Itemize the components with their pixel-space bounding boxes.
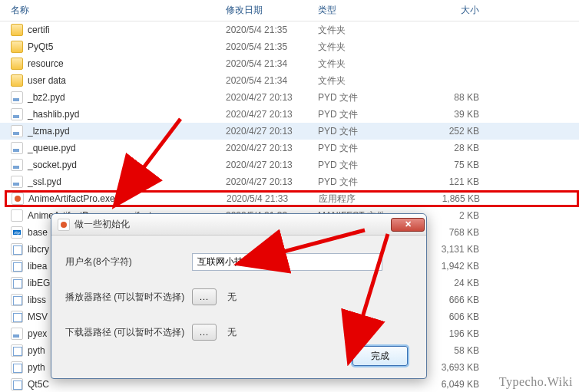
init-dialog: 做一些初始化 ✕ 用户名(8个字符) 播放器路径 (可以暂时不选择) ... 无… bbox=[51, 213, 427, 379]
dialog-body: 用户名(8个字符) 播放器路径 (可以暂时不选择) ... 无 下载器路径 (可… bbox=[51, 236, 426, 366]
dialog-title-text: 做一些初始化 bbox=[74, 218, 130, 231]
close-button[interactable]: ✕ bbox=[391, 218, 425, 232]
dll-icon bbox=[11, 294, 23, 306]
file-row[interactable]: AnimeArtifactPro.exe2020/5/4 21:33应用程序1,… bbox=[5, 190, 579, 207]
file-type: 应用程序 bbox=[319, 193, 419, 206]
downloader-path-row: 下载器路径 (可以暂时不选择) ... 无 bbox=[65, 321, 412, 343]
dll-icon bbox=[11, 243, 23, 255]
column-size[interactable]: 大小 bbox=[418, 4, 495, 17]
file-row[interactable]: resource2020/5/4 21:34文件夹 bbox=[0, 55, 579, 72]
file-name: _socket.pyd bbox=[28, 160, 77, 170]
file-row[interactable]: _bz2.pyd2020/4/27 20:13PYD 文件88 KB bbox=[0, 89, 579, 106]
file-size: 3,693 KB bbox=[418, 362, 495, 373]
file-date: 2020/4/27 20:13 bbox=[226, 143, 318, 153]
file-name: libEG bbox=[28, 278, 50, 288]
folder-icon bbox=[11, 58, 23, 70]
dll-icon bbox=[11, 311, 23, 323]
file-name-cell: _socket.pyd bbox=[11, 159, 226, 171]
file-size: 606 KB bbox=[418, 311, 495, 322]
file-size: 58 KB bbox=[418, 345, 495, 356]
file-name-cell: certifi bbox=[11, 24, 226, 36]
file-row[interactable]: _lzma.pyd2020/4/27 20:13PYD 文件252 KB bbox=[0, 123, 579, 140]
file-name-cell: _bz2.pyd bbox=[11, 91, 226, 104]
file-size: 1,865 KB bbox=[419, 193, 495, 204]
file-type: PYD 文件 bbox=[318, 108, 418, 121]
downloader-path-value: 无 bbox=[227, 326, 237, 339]
done-button[interactable]: 完成 bbox=[352, 346, 408, 366]
player-path-row: 播放器路径 (可以暂时不选择) ... 无 bbox=[65, 286, 412, 308]
pyd-icon bbox=[11, 176, 23, 188]
pyd-icon bbox=[11, 159, 23, 171]
file-name-cell: user data bbox=[11, 74, 226, 87]
file-type: 文件夹 bbox=[318, 41, 418, 54]
downloader-browse-button[interactable]: ... bbox=[192, 324, 217, 341]
file-date: 2020/5/4 21:34 bbox=[226, 58, 318, 69]
app-icon bbox=[58, 219, 70, 231]
downloader-path-label: 下载器路径 (可以暂时不选择) bbox=[65, 326, 192, 339]
file-name: _lzma.pyd bbox=[28, 126, 70, 137]
dll-icon bbox=[11, 344, 23, 357]
dialog-titlebar[interactable]: 做一些初始化 ✕ bbox=[51, 214, 426, 236]
file-name: certifi bbox=[28, 25, 50, 35]
file-row[interactable]: _ssl.pyd2020/4/27 20:13PYD 文件121 KB bbox=[0, 173, 579, 190]
username-input[interactable] bbox=[192, 253, 382, 271]
file-size: 6,049 KB bbox=[418, 379, 495, 390]
column-type[interactable]: 类型 bbox=[318, 4, 418, 17]
file-type: PYD 文件 bbox=[318, 142, 418, 155]
pyd-icon bbox=[11, 91, 23, 104]
column-name[interactable]: 名称 bbox=[11, 4, 226, 17]
file-type: 文件夹 bbox=[318, 58, 418, 71]
file-row[interactable]: _queue.pyd2020/4/27 20:13PYD 文件28 KB bbox=[0, 140, 579, 156]
player-browse-button[interactable]: ... bbox=[192, 288, 217, 305]
file-size: 666 KB bbox=[418, 295, 495, 305]
file-type: PYD 文件 bbox=[318, 176, 418, 189]
file-size: 2 KB bbox=[418, 210, 495, 221]
file-name-cell: _lzma.pyd bbox=[11, 125, 226, 137]
file-name-cell: resource bbox=[11, 58, 226, 70]
file-name: Qt5C bbox=[28, 379, 49, 390]
column-header-row: 名称 修改日期 类型 大小 bbox=[0, 0, 579, 21]
file-size: 121 KB bbox=[418, 176, 495, 187]
file-type: PYD 文件 bbox=[318, 159, 418, 172]
file-name: AnimeArtifactPro.exe bbox=[28, 193, 115, 204]
file-name: pyth bbox=[28, 345, 45, 356]
file-date: 2020/4/27 20:13 bbox=[226, 92, 318, 103]
file-name-cell: _queue.pyd bbox=[11, 142, 226, 154]
file-size: 75 KB bbox=[418, 160, 495, 170]
file-row[interactable]: certifi2020/5/4 21:35文件夹 bbox=[0, 21, 579, 38]
pyd-icon bbox=[11, 328, 23, 340]
file-name: pyth bbox=[28, 362, 45, 373]
file-row[interactable]: _socket.pyd2020/4/27 20:13PYD 文件75 KB bbox=[0, 156, 579, 173]
folder-icon bbox=[11, 24, 23, 36]
file-size: 768 KB bbox=[418, 227, 495, 238]
file-type: PYD 文件 bbox=[318, 91, 418, 104]
file-size: 88 KB bbox=[418, 92, 495, 103]
folder-icon bbox=[11, 41, 23, 53]
close-icon: ✕ bbox=[405, 219, 412, 229]
file-date: 2020/4/27 20:13 bbox=[226, 126, 318, 137]
file-date: 2020/4/27 20:13 bbox=[226, 160, 318, 170]
file-row[interactable]: user data2020/5/4 21:34文件夹 bbox=[0, 72, 579, 89]
zip-icon bbox=[11, 226, 23, 239]
file-name: resource bbox=[28, 58, 64, 69]
file-row[interactable]: PyQt52020/5/4 21:35文件夹 bbox=[0, 38, 579, 55]
file-name: libea bbox=[28, 261, 47, 272]
file-size: 28 KB bbox=[418, 143, 495, 153]
file-date: 2020/5/4 21:35 bbox=[226, 41, 318, 52]
file-name: user data bbox=[28, 75, 66, 86]
dll-icon bbox=[11, 277, 23, 289]
player-path-value: 无 bbox=[227, 291, 237, 304]
file-size: 1,942 KB bbox=[418, 261, 495, 272]
file-name-cell: _ssl.pyd bbox=[11, 176, 226, 188]
file-row[interactable]: _hashlib.pyd2020/4/27 20:13PYD 文件39 KB bbox=[0, 106, 579, 123]
file-name: libcry bbox=[28, 244, 49, 255]
file-name: pyex bbox=[28, 328, 47, 339]
username-label: 用户名(8个字符) bbox=[65, 255, 192, 268]
exe-icon bbox=[12, 193, 24, 205]
file-name: MSV bbox=[28, 311, 48, 322]
file-name: libss bbox=[28, 295, 46, 305]
column-date[interactable]: 修改日期 bbox=[226, 4, 318, 17]
file-date: 2020/4/27 20:13 bbox=[226, 109, 318, 120]
player-path-label: 播放器路径 (可以暂时不选择) bbox=[65, 291, 192, 304]
file-name: _hashlib.pyd bbox=[28, 109, 79, 120]
